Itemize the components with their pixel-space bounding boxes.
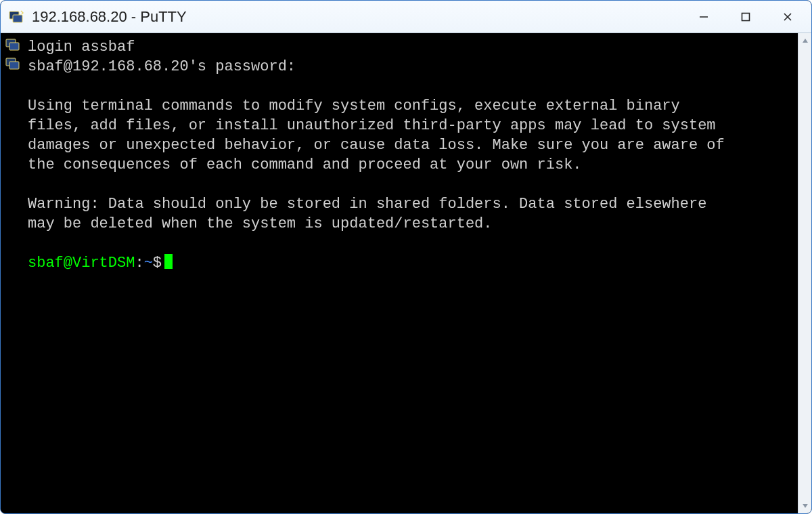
- svg-marker-10: [803, 39, 808, 43]
- terminal-line-login: login assbaf: [28, 37, 794, 57]
- close-button[interactable]: [767, 1, 809, 33]
- svg-rect-1: [13, 15, 22, 22]
- titlebar[interactable]: 192.168.68.20 - PuTTY: [1, 1, 811, 33]
- terminal-cursor: [164, 254, 173, 269]
- putty-session-icon: [5, 37, 20, 52]
- terminal-viewport[interactable]: login assbafsbaf@192.168.68.20's passwor…: [25, 33, 798, 513]
- terminal-blank-line: [28, 234, 794, 253]
- putty-window: 192.168.68.20 - PuTTY: [0, 0, 812, 514]
- vertical-scrollbar[interactable]: [798, 33, 811, 513]
- svg-rect-9: [9, 62, 19, 69]
- minimize-button[interactable]: [683, 1, 725, 33]
- svg-rect-7: [9, 43, 19, 50]
- content-area: login assbafsbaf@192.168.68.20's passwor…: [1, 33, 811, 513]
- window-controls: [683, 1, 809, 33]
- terminal-motd-block2: Warning: Data should only be stored in s…: [28, 194, 794, 234]
- putty-app-icon: [9, 9, 24, 24]
- terminal-motd-block1: Using terminal commands to modify system…: [28, 96, 794, 175]
- maximize-button[interactable]: [725, 1, 767, 33]
- prompt-path: ~: [144, 255, 153, 272]
- svg-marker-11: [803, 504, 808, 508]
- prompt-separator: :: [135, 255, 143, 272]
- prompt-user-host: sbaf@VirtDSM: [28, 255, 135, 272]
- terminal-blank-line: [28, 77, 794, 96]
- prompt-symbol: $: [153, 255, 162, 272]
- session-icon-gutter: [1, 33, 25, 513]
- terminal-line-password: sbaf@192.168.68.20's password:: [28, 57, 794, 77]
- scroll-up-arrow-icon[interactable]: [798, 33, 811, 48]
- window-title: 192.168.68.20 - PuTTY: [32, 8, 683, 26]
- putty-session-icon: [5, 56, 20, 71]
- scroll-down-arrow-icon[interactable]: [798, 498, 811, 513]
- terminal-blank-line: [28, 175, 794, 194]
- terminal-prompt-line: sbaf@VirtDSM:~$: [28, 253, 794, 273]
- svg-rect-3: [742, 13, 750, 20]
